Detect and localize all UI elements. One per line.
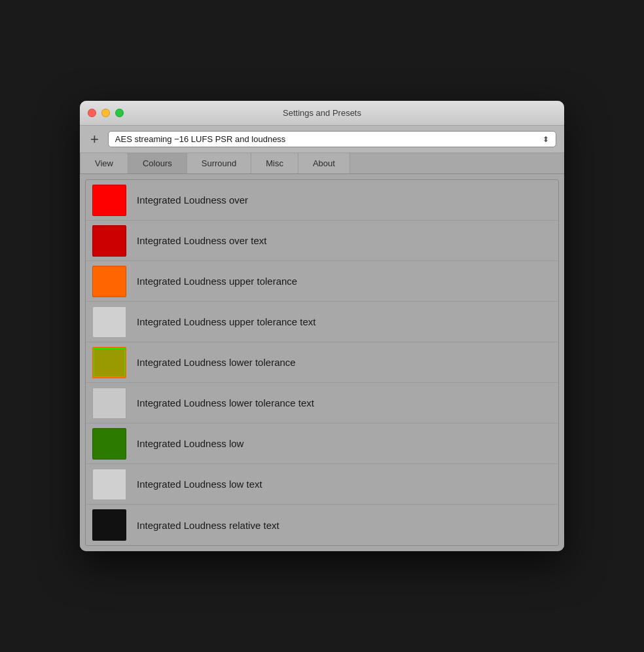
item-label-integrated-loudness-low: Integrated Loudness low (137, 438, 243, 449)
list-item[interactable]: Integrated Loudness lower tolerance (86, 342, 558, 383)
item-label-integrated-loudness-upper-tolerance: Integrated Loudness upper tolerance (137, 276, 297, 287)
tab-about[interactable]: About (298, 153, 350, 173)
list-item[interactable]: Integrated Loudness over text (86, 221, 558, 261)
tab-view[interactable]: View (80, 153, 128, 173)
colours-list[interactable]: Integrated Loudness overIntegrated Loudn… (85, 179, 559, 546)
toolbar: + AES streaming −16 LUFS PSR and loudnes… (80, 126, 564, 153)
color-swatch-integrated-loudness-upper-tolerance[interactable] (92, 266, 126, 297)
dropdown-arrow-icon: ⬍ (543, 135, 549, 144)
titlebar: Settings and Presets (80, 101, 564, 126)
list-item[interactable]: Integrated Loudness upper tolerance (86, 261, 558, 302)
color-swatch-integrated-loudness-lower-tolerance[interactable] (92, 347, 126, 378)
color-swatch-integrated-loudness-relative-text[interactable] (92, 509, 126, 541)
tabs-bar: ViewColoursSurroundMiscAbout (80, 153, 564, 174)
item-label-integrated-loudness-low-text: Integrated Loudness low text (137, 479, 262, 490)
traffic-lights (88, 109, 124, 117)
color-swatch-integrated-loudness-upper-tolerance-text[interactable] (92, 306, 126, 338)
preset-value: AES streaming −16 LUFS PSR and loudness (115, 134, 286, 144)
tab-colours[interactable]: Colours (128, 153, 187, 173)
color-swatch-integrated-loudness-lower-tolerance-text[interactable] (92, 388, 126, 419)
item-label-integrated-loudness-lower-tolerance-text: Integrated Loudness lower tolerance text (137, 397, 314, 408)
item-label-integrated-loudness-over-text: Integrated Loudness over text (137, 235, 266, 246)
content-area: Integrated Loudness overIntegrated Loudn… (80, 174, 564, 551)
color-swatch-integrated-loudness-over-text[interactable] (92, 225, 126, 257)
list-item[interactable]: Integrated Loudness low (86, 424, 558, 464)
color-swatch-integrated-loudness-low-text[interactable] (92, 469, 126, 500)
color-swatch-integrated-loudness-low[interactable] (92, 428, 126, 460)
color-swatch-integrated-loudness-over[interactable] (92, 185, 126, 216)
item-label-integrated-loudness-over: Integrated Loudness over (137, 194, 248, 206)
list-item[interactable]: Integrated Loudness over (86, 180, 558, 221)
list-item[interactable]: Integrated Loudness low text (86, 464, 558, 505)
settings-window: Settings and Presets + AES streaming −16… (80, 101, 564, 551)
item-label-integrated-loudness-relative-text: Integrated Loudness relative text (137, 520, 279, 531)
tab-surround[interactable]: Surround (187, 153, 251, 173)
window-title: Settings and Presets (283, 108, 361, 118)
add-preset-button[interactable]: + (88, 132, 101, 147)
list-item[interactable]: Integrated Loudness upper tolerance text (86, 302, 558, 342)
list-item[interactable]: Integrated Loudness lower tolerance text (86, 383, 558, 424)
preset-dropdown[interactable]: AES streaming −16 LUFS PSR and loudness … (108, 131, 556, 147)
list-item[interactable]: Integrated Loudness relative text (86, 505, 558, 545)
minimize-button[interactable] (101, 109, 110, 117)
close-button[interactable] (88, 109, 96, 117)
item-label-integrated-loudness-upper-tolerance-text: Integrated Loudness upper tolerance text (137, 316, 316, 327)
item-label-integrated-loudness-lower-tolerance: Integrated Loudness lower tolerance (137, 357, 296, 368)
tab-misc[interactable]: Misc (251, 153, 298, 173)
maximize-button[interactable] (115, 109, 124, 117)
